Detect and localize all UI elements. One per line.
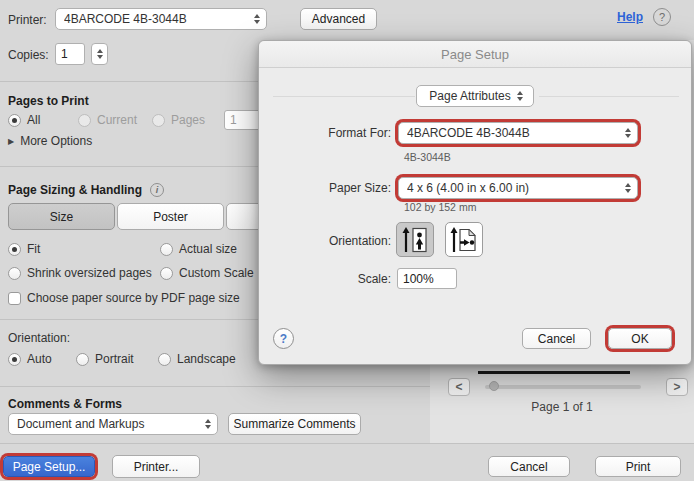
- preview-page-edge: [478, 371, 630, 374]
- tab-poster[interactable]: Poster: [117, 203, 224, 230]
- radio-icon: [8, 353, 21, 366]
- radio-icon: [8, 243, 21, 256]
- more-options-label: More Options: [20, 134, 92, 148]
- radio-auto-label: Auto: [27, 352, 52, 366]
- page-attributes-value: Page Attributes: [429, 89, 510, 103]
- checkbox-icon: [8, 292, 21, 305]
- page-setup-dialog: Page Setup Page Attributes Format For: 4…: [258, 40, 692, 365]
- radio-auto[interactable]: Auto: [8, 352, 52, 366]
- radio-all[interactable]: All: [8, 113, 40, 127]
- previous-page-button[interactable]: <: [448, 378, 470, 396]
- radio-icon: [152, 114, 165, 127]
- stepper-icon: [203, 419, 213, 429]
- page-setup-button[interactable]: Page Setup...: [3, 456, 95, 477]
- copies-stepper[interactable]: [91, 43, 108, 65]
- print-button[interactable]: Print: [595, 456, 681, 477]
- format-for-select[interactable]: 4BARCODE 4B-3044B: [398, 122, 638, 144]
- paper-size-subtext: 102 by 152 mm: [404, 201, 476, 213]
- cancel-button[interactable]: Cancel: [488, 456, 570, 477]
- tab-size[interactable]: Size: [8, 203, 115, 230]
- stepper-icon: [623, 183, 633, 193]
- radio-landscape[interactable]: Landscape: [158, 352, 236, 366]
- radio-custom-scale-label: Custom Scale: [179, 266, 254, 280]
- printer-select[interactable]: 4BARCODE 4B-3044B: [55, 8, 267, 30]
- dialog-orientation-label: Orientation:: [259, 234, 391, 248]
- dialog-ok-button[interactable]: OK: [608, 328, 672, 349]
- disclosure-triangle-icon: ▶: [8, 137, 14, 146]
- page-indicator: Page 1 of 1: [430, 400, 694, 414]
- radio-current-label: Current: [97, 113, 137, 127]
- footer-divider: [0, 443, 694, 444]
- help-link[interactable]: Help: [617, 10, 643, 24]
- portrait-orientation-button[interactable]: [396, 222, 434, 257]
- printer-select-value: 4BARCODE 4B-3044B: [64, 12, 252, 26]
- radio-icon: [160, 267, 173, 280]
- section-divider: [0, 386, 430, 387]
- landscape-orientation-icon: [450, 226, 478, 254]
- radio-actual-size-label: Actual size: [179, 242, 237, 256]
- dialog-titlebar[interactable]: Page Setup: [259, 41, 691, 68]
- orientation-heading: Orientation:: [8, 331, 70, 345]
- copies-input[interactable]: [55, 43, 85, 65]
- paper-source-checkbox-label: Choose paper source by PDF page size: [27, 291, 240, 305]
- info-icon[interactable]: i: [150, 183, 164, 197]
- printer-button[interactable]: Printer...: [112, 455, 200, 478]
- radio-icon: [158, 353, 171, 366]
- radio-pages-label: Pages: [171, 113, 205, 127]
- dialog-cancel-button[interactable]: Cancel: [522, 328, 591, 349]
- format-for-value: 4BARCODE 4B-3044B: [407, 126, 623, 140]
- next-page-button[interactable]: >: [666, 378, 688, 396]
- paper-size-select[interactable]: 4 x 6 (4.00 in x 6.00 in): [398, 177, 638, 199]
- paper-size-label: Paper Size:: [259, 181, 391, 195]
- dialog-title: Page Setup: [441, 47, 509, 62]
- radio-pages[interactable]: Pages: [152, 113, 205, 127]
- radio-landscape-label: Landscape: [177, 352, 236, 366]
- radio-icon: [160, 243, 173, 256]
- stepper-icon: [252, 14, 262, 24]
- radio-actual-size[interactable]: Actual size: [160, 242, 237, 256]
- portrait-orientation-icon: [401, 226, 429, 254]
- help-circle-icon[interactable]: ?: [653, 8, 671, 26]
- radio-custom-scale[interactable]: Custom Scale: [160, 266, 254, 280]
- radio-all-label: All: [27, 113, 40, 127]
- radio-portrait-label: Portrait: [95, 352, 134, 366]
- radio-fit[interactable]: Fit: [8, 242, 40, 256]
- radio-shrink-pages-label: Shrink oversized pages: [27, 266, 152, 280]
- format-for-subtext: 4B-3044B: [404, 151, 451, 163]
- copies-label: Copies:: [8, 48, 49, 62]
- comments-select[interactable]: Document and Markups: [8, 413, 218, 435]
- decorative-line: [539, 96, 679, 97]
- paper-size-value: 4 x 6 (4.00 in x 6.00 in): [407, 181, 623, 195]
- more-options-disclosure[interactable]: ▶ More Options: [8, 134, 92, 148]
- stepper-icon: [95, 49, 105, 59]
- scale-label: Scale:: [259, 272, 391, 286]
- radio-icon: [76, 353, 89, 366]
- stepper-icon: [623, 128, 633, 138]
- page-margin: [0, 481, 694, 492]
- decorative-line: [273, 96, 415, 97]
- radio-portrait[interactable]: Portrait: [76, 352, 134, 366]
- radio-icon: [8, 267, 21, 280]
- summarize-comments-button[interactable]: Summarize Comments: [228, 413, 361, 435]
- comments-forms-heading: Comments & Forms: [8, 397, 122, 411]
- radio-fit-label: Fit: [27, 242, 40, 256]
- screenshot-root: Printer: 4BARCODE 4B-3044B Advanced Help…: [0, 0, 694, 492]
- page-slider-thumb[interactable]: [489, 381, 499, 391]
- advanced-button[interactable]: Advanced: [300, 8, 377, 30]
- pages-to-print-heading: Pages to Print: [8, 94, 89, 108]
- radio-shrink-pages[interactable]: Shrink oversized pages: [8, 266, 152, 280]
- page-slider-track[interactable]: [485, 385, 641, 389]
- radio-current[interactable]: Current: [78, 113, 137, 127]
- dialog-help-button[interactable]: ?: [273, 328, 294, 349]
- scale-input[interactable]: [397, 268, 457, 289]
- radio-icon: [8, 114, 21, 127]
- page-attributes-select[interactable]: Page Attributes: [416, 85, 534, 107]
- stepper-icon: [515, 91, 525, 101]
- radio-icon: [78, 114, 91, 127]
- comments-select-value: Document and Markups: [17, 417, 203, 431]
- printer-label: Printer:: [8, 13, 47, 27]
- paper-source-checkbox[interactable]: Choose paper source by PDF page size: [8, 291, 240, 305]
- format-for-label: Format For:: [259, 126, 391, 140]
- landscape-orientation-button[interactable]: [445, 222, 483, 257]
- page-sizing-heading: Page Sizing & Handling: [8, 183, 142, 197]
